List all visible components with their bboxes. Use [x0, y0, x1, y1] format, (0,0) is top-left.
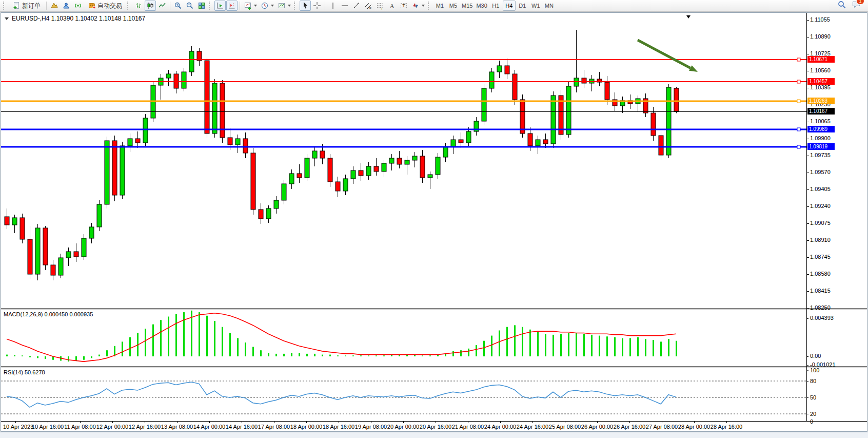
text-label-button[interactable]: T: [398, 1, 409, 11]
time-axis[interactable]: [1, 422, 806, 431]
profile-icon: [50, 2, 58, 10]
bar-chart-button[interactable]: [133, 1, 144, 11]
channel-icon: E: [364, 2, 372, 10]
chart-shift-icon: [228, 2, 236, 10]
notifications-icon[interactable]: 1: [852, 0, 861, 11]
toolbar-separator: [170, 2, 170, 10]
toolbar-grip: [428, 2, 431, 10]
main-toolbar: 新订单 自动交易 E F A T M1 M5 M15 M30 H1 H4 D1 …: [0, 0, 868, 12]
indicators-icon: [244, 2, 252, 10]
chevron-down-icon: [422, 5, 425, 7]
community-icon: [62, 2, 70, 10]
signals-icon: [74, 2, 82, 10]
tf-m1-button[interactable]: M1: [433, 1, 446, 11]
candlestick-chart-button[interactable]: [145, 1, 156, 11]
autoscroll-icon: [216, 2, 224, 10]
trendline-icon: [352, 2, 361, 10]
arrows-button[interactable]: [410, 1, 426, 11]
chevron-down-icon: [271, 5, 274, 7]
templates-button[interactable]: [276, 1, 292, 11]
template-icon: [278, 2, 286, 10]
periods-button[interactable]: [259, 1, 275, 11]
toolbar-grip: [127, 2, 130, 10]
chart-labels-layer: 1.110551.108901.107251.105601.103951.102…: [1, 13, 867, 431]
tf-w1-button[interactable]: W1: [529, 1, 542, 11]
collapse-triangle-icon[interactable]: [5, 17, 9, 20]
chevron-down-icon: [254, 5, 257, 7]
equidistant-channel-button[interactable]: E: [363, 1, 374, 11]
fibonacci-button[interactable]: F: [374, 1, 386, 11]
fibonacci-icon: F: [376, 2, 384, 10]
text-icon: A: [388, 2, 396, 10]
text-label-icon: T: [400, 2, 408, 10]
autotrading-icon: [88, 2, 96, 10]
tile-windows-button[interactable]: [196, 1, 207, 11]
chart-title: EURUSD-,H4 1.10390 1.10402 1.10148 1.101…: [5, 15, 145, 22]
macd-label: MACD(12,26,9) 0.000450 0.000935: [4, 311, 93, 317]
zoom-in-icon: [174, 2, 182, 10]
horizontal-line-icon: [341, 2, 349, 10]
tf-mn-button[interactable]: MN: [543, 1, 556, 11]
chevron-down-icon: [288, 5, 291, 7]
new-order-icon: [12, 2, 21, 10]
tile-windows-icon: [198, 2, 206, 10]
chart-window: 1.110551.108901.107251.105601.103951.102…: [1, 12, 867, 432]
new-order-button[interactable]: 新订单: [9, 1, 44, 11]
status-strip: [0, 432, 868, 438]
trendline-button[interactable]: [351, 1, 362, 11]
tf-m5-button[interactable]: M5: [447, 1, 460, 11]
notification-badge: 1: [856, 0, 864, 5]
label-letter: T: [402, 3, 405, 8]
toolbar-separator: [325, 2, 325, 10]
zoom-in-button[interactable]: [172, 1, 184, 11]
clock-icon: [261, 2, 269, 10]
profile-button[interactable]: [49, 1, 60, 11]
search-icon[interactable]: [837, 0, 846, 11]
line-chart-icon: [158, 2, 166, 10]
new-order-label: 新订单: [22, 2, 41, 10]
chart-shift-button[interactable]: [226, 1, 238, 11]
tf-m30-button[interactable]: M30: [475, 1, 488, 11]
crosshair-button[interactable]: [311, 1, 323, 11]
toolbar-grip: [3, 2, 6, 10]
tf-h4-button[interactable]: H4: [503, 1, 516, 11]
vertical-line-button[interactable]: [327, 1, 339, 11]
community-button[interactable]: [61, 1, 72, 11]
horizontal-line-button[interactable]: [339, 1, 350, 11]
bar-chart-icon: [134, 2, 143, 10]
toolbar-grip: [294, 2, 297, 10]
arrows-icon: [411, 2, 420, 10]
indicators-button[interactable]: [242, 1, 259, 11]
tf-m15-button[interactable]: M15: [460, 1, 474, 11]
tf-d1-button[interactable]: D1: [516, 1, 529, 11]
cursor-icon: [301, 2, 309, 10]
cursor-button[interactable]: [300, 1, 311, 11]
toolbar-separator: [46, 2, 47, 10]
zoom-out-icon: [186, 2, 194, 10]
zoom-out-button[interactable]: [184, 1, 195, 11]
channel-letter: E: [369, 7, 371, 10]
chart-title-text: EURUSD-,H4 1.10390 1.10402 1.10148 1.101…: [12, 15, 145, 22]
signals-button[interactable]: [72, 1, 84, 11]
price-axis[interactable]: [807, 13, 867, 421]
tf-h1-button[interactable]: H1: [489, 1, 502, 11]
autotrading-label: 自动交易: [97, 2, 122, 10]
text-button[interactable]: A: [386, 1, 398, 11]
fibo-letter: F: [382, 7, 384, 10]
line-chart-button[interactable]: [156, 1, 168, 11]
text-letter: A: [390, 3, 394, 10]
autotrading-button[interactable]: 自动交易: [84, 1, 126, 11]
vertical-line-icon: [329, 2, 337, 10]
toolbar-grip: [209, 2, 212, 10]
toolbar-separator: [240, 2, 240, 10]
crosshair-icon: [313, 2, 321, 10]
candlestick-chart-icon: [146, 2, 154, 10]
autoscroll-button[interactable]: [214, 1, 226, 11]
rsi-label: RSI(14) 50.6278: [4, 369, 45, 375]
